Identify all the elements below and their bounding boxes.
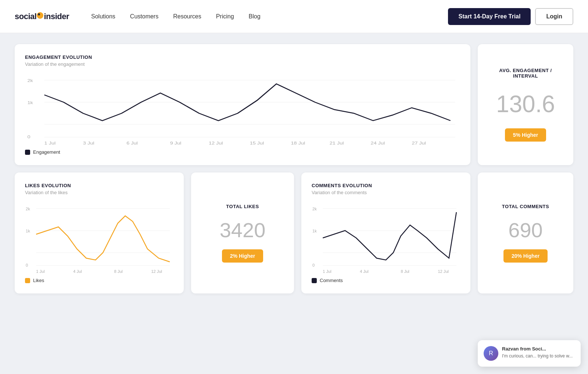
comments-title: COMMENTS EVOLUTION <box>312 183 460 188</box>
comments-evolution-card: COMMENTS EVOLUTION Variation of the comm… <box>301 172 470 293</box>
main-content: ENGAGEMENT EVOLUTION Variation of the en… <box>0 33 588 374</box>
likes-evolution-card: LIKES EVOLUTION Variation of the likes 2… <box>15 172 184 293</box>
total-comments-value: 690 <box>508 218 542 242</box>
svg-text:12 Jul: 12 Jul <box>151 269 162 274</box>
engagement-legend: Engagement <box>25 149 460 155</box>
trial-button[interactable]: Start 14-Day Free Trial <box>448 8 531 25</box>
comments-chart: 2k 1k 0 1 Jul 4 Jul 8 Jul 12 Jul <box>312 201 460 275</box>
avg-engagement-value: 130.6 <box>496 91 555 117</box>
svg-text:3 Jul: 3 Jul <box>83 141 94 146</box>
svg-text:2k: 2k <box>312 207 317 211</box>
likes-subtitle: Variation of the likes <box>25 190 173 195</box>
total-likes-card: TOTAL LIKES 3420 2% Higher <box>191 172 294 293</box>
svg-text:27 Jul: 27 Jul <box>412 141 426 146</box>
engagement-legend-dot <box>25 150 30 155</box>
likes-title: LIKES EVOLUTION <box>25 183 173 188</box>
svg-text:0: 0 <box>26 263 28 267</box>
chat-popup[interactable]: R Razvan from Soci... I'm curious, can..… <box>478 340 581 367</box>
comments-legend: Comments <box>312 278 460 283</box>
engagement-legend-label: Engagement <box>33 149 60 155</box>
svg-text:1 Jul: 1 Jul <box>323 269 331 274</box>
nav-actions: Start 14-Day Free Trial Login <box>448 8 573 25</box>
svg-text:1k: 1k <box>26 229 30 233</box>
nav-links: Solutions Customers Resources Pricing Bl… <box>91 13 448 20</box>
avg-engagement-card: AVG. ENGAGEMENT / INTERVAL 130.6 5% High… <box>478 44 573 165</box>
svg-text:0: 0 <box>312 263 315 267</box>
svg-text:0: 0 <box>28 135 31 139</box>
svg-text:12 Jul: 12 Jul <box>438 269 449 274</box>
svg-text:1 Jul: 1 Jul <box>36 269 44 274</box>
engagement-subtitle: Variation of the engagement <box>25 61 460 67</box>
total-comments-card: TOTAL COMMENTS 690 20% Higher <box>478 172 573 293</box>
svg-text:8 Jul: 8 Jul <box>114 269 122 274</box>
comments-svg: 2k 1k 0 1 Jul 4 Jul 8 Jul 12 Jul <box>312 201 460 275</box>
chat-avatar: R <box>484 346 498 361</box>
total-comments-title: TOTAL COMMENTS <box>502 204 549 209</box>
comments-legend-label: Comments <box>320 278 343 283</box>
login-button[interactable]: Login <box>535 8 573 25</box>
engagement-chart: 2k 1k 0 1 Jul 3 Jul 6 Jul 9 Jul 12 Jul 1… <box>25 73 460 146</box>
chat-name: Razvan from Soci... <box>502 346 573 352</box>
comments-legend-dot <box>312 278 317 283</box>
likes-legend: Likes <box>25 278 173 283</box>
bottom-row: LIKES EVOLUTION Variation of the likes 2… <box>15 172 573 293</box>
nav-link-blog[interactable]: Blog <box>249 13 261 20</box>
svg-text:1 Jul: 1 Jul <box>44 141 56 146</box>
logo-icon <box>37 12 43 19</box>
svg-text:15 Jul: 15 Jul <box>250 141 264 146</box>
total-comments-badge: 20% Higher <box>503 249 548 263</box>
svg-text:24 Jul: 24 Jul <box>371 141 385 146</box>
svg-text:1k: 1k <box>28 100 33 105</box>
svg-text:1k: 1k <box>312 229 317 233</box>
likes-svg: 2k 1k 0 1 Jul 4 Jul 8 Jul 12 Jul <box>25 201 173 275</box>
svg-text:9 Jul: 9 Jul <box>170 141 182 146</box>
total-likes-value: 3420 <box>220 218 266 242</box>
logo-text: socialinsider <box>15 12 69 21</box>
svg-text:21 Jul: 21 Jul <box>330 141 344 146</box>
logo[interactable]: socialinsider <box>15 12 69 21</box>
svg-text:6 Jul: 6 Jul <box>126 141 138 146</box>
nav-link-pricing[interactable]: Pricing <box>216 13 234 20</box>
total-likes-title: TOTAL LIKES <box>226 204 259 209</box>
svg-text:12 Jul: 12 Jul <box>209 141 223 146</box>
engagement-svg: 2k 1k 0 1 Jul 3 Jul 6 Jul 9 Jul 12 Jul 1… <box>25 73 460 146</box>
svg-text:4 Jul: 4 Jul <box>73 269 82 274</box>
nav-link-solutions[interactable]: Solutions <box>91 13 115 20</box>
avg-engagement-badge: 5% Higher <box>505 128 546 142</box>
top-row: ENGAGEMENT EVOLUTION Variation of the en… <box>15 44 573 165</box>
svg-text:2k: 2k <box>26 207 30 211</box>
svg-text:18 Jul: 18 Jul <box>291 141 305 146</box>
avg-engagement-title: AVG. ENGAGEMENT / INTERVAL <box>488 68 563 79</box>
nav-link-resources[interactable]: Resources <box>173 13 201 20</box>
nav-link-customers[interactable]: Customers <box>130 13 158 20</box>
engagement-evolution-card: ENGAGEMENT EVOLUTION Variation of the en… <box>15 44 470 165</box>
total-likes-badge: 2% Higher <box>222 249 263 263</box>
chat-message: I'm curious, can... trying to solve w... <box>502 353 573 359</box>
likes-chart: 2k 1k 0 1 Jul 4 Jul 8 Jul 12 Jul <box>25 201 173 275</box>
navbar: socialinsider Solutions Customers Resour… <box>0 0 588 33</box>
comments-subtitle: Variation of the comments <box>312 190 460 195</box>
engagement-title: ENGAGEMENT EVOLUTION <box>25 54 460 60</box>
chat-text: Razvan from Soci... I'm curious, can... … <box>502 346 573 359</box>
svg-text:8 Jul: 8 Jul <box>401 269 409 274</box>
svg-text:4 Jul: 4 Jul <box>360 269 368 274</box>
likes-legend-label: Likes <box>33 278 44 283</box>
likes-legend-dot <box>25 278 30 283</box>
svg-text:2k: 2k <box>28 78 33 83</box>
